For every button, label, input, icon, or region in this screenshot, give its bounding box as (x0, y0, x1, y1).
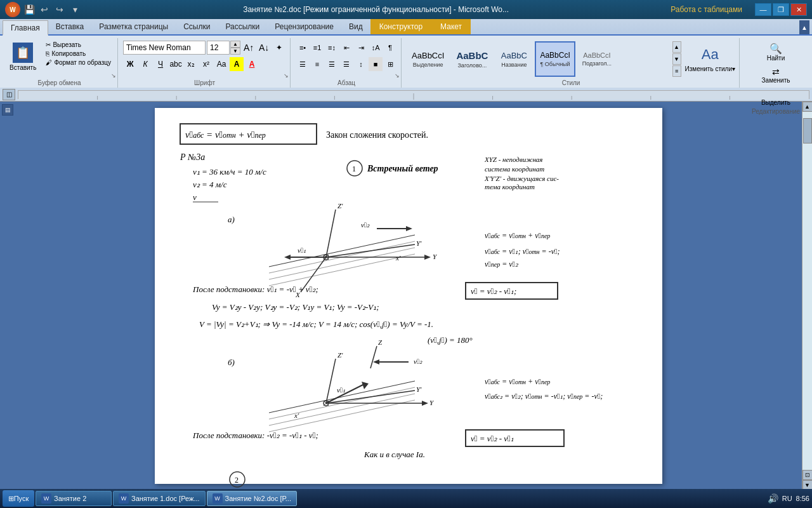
scroll-track[interactable] (802, 112, 812, 470)
svg-marker-46 (406, 226, 412, 231)
windows-logo-icon: ⊞ (8, 495, 14, 503)
multilevel-list-btn[interactable]: ≡↕ (325, 41, 339, 55)
taskbar-zanyatie2doc[interactable]: W Занятие №2.doc [Р... (207, 491, 297, 506)
svg-text:v⃗абс = v⃗отн + v⃗пер: v⃗абс = v⃗отн + v⃗пер (185, 130, 266, 140)
align-center-btn[interactable]: ≡ (310, 57, 324, 71)
font-size-up-btn[interactable]: ▲ (230, 41, 240, 48)
italic-button[interactable]: К (138, 57, 152, 71)
style-subheading[interactable]: AaBbCcI Подзагол... (577, 41, 617, 77)
office-logo[interactable]: W (5, 2, 20, 17)
styles-more-btn[interactable]: ≡ (672, 65, 681, 77)
main-area: ▤ v⃗абс = v⃗отн + v⃗пер Закон сложения с… (0, 102, 812, 490)
borders-btn[interactable]: ⊞ (383, 57, 397, 71)
decrease-indent-btn[interactable]: ⇤ (339, 41, 353, 55)
bold-button[interactable]: Ж (123, 57, 137, 71)
para-expand-btn[interactable]: ↘ (395, 72, 400, 79)
svg-text:Как и в случае Ia.: Как и в случае Ia. (363, 450, 425, 459)
show-marks-btn[interactable]: ¶ (383, 41, 397, 55)
svg-text:v⃗абс = v⃗отн + v⃗пер: v⃗абс = v⃗отн + v⃗пер (485, 231, 550, 240)
paste-icon: 📋 (13, 43, 33, 63)
taskbar-right: 🔊 RU 8:56 (768, 493, 809, 504)
quick-undo-btn[interactable]: ↩ (38, 3, 51, 16)
ruler-toggle-btn[interactable]: ◫ (3, 89, 15, 100)
svg-marker-71 (422, 401, 428, 406)
style-heading1[interactable]: AaBbC Заголово... (451, 41, 493, 77)
find-button[interactable]: 🔍 Найти (746, 41, 806, 64)
shading-btn[interactable]: ■ (369, 57, 383, 71)
contextual-tab-label: Работа с таблицами (671, 5, 742, 14)
style-heading2-preview: AaBbC (501, 51, 527, 60)
restore-button[interactable]: ❐ (773, 3, 789, 16)
doc-map-btn[interactable]: ▤ (2, 104, 13, 116)
strikethrough-button[interactable]: abc (169, 57, 183, 71)
copy-button[interactable]: ⎘ Копировать (43, 50, 114, 58)
bullet-list-btn[interactable]: ≡• (296, 41, 310, 55)
taskbar-zanyatie2[interactable]: W Занятие 2 (36, 491, 112, 506)
quick-dropdown-btn[interactable]: ▾ (69, 3, 81, 16)
clipboard-expand-btn[interactable]: ↘ (111, 72, 116, 79)
subscript-button[interactable]: x₂ (184, 57, 198, 71)
svg-line-68 (370, 346, 377, 368)
underline-button[interactable]: Ч (154, 57, 167, 71)
format-painter-button[interactable]: 🖌 Формат по образцу (43, 58, 114, 67)
decrease-font-btn[interactable]: A↓ (257, 41, 271, 55)
tab-rassylki[interactable]: Рассылки (218, 19, 267, 34)
quick-redo-btn[interactable]: ↪ (53, 3, 66, 16)
justify-btn[interactable]: ☰ (339, 57, 353, 71)
split-scroll-btn[interactable]: ⊡ (802, 470, 813, 480)
styles-down-btn[interactable]: ▼ (672, 53, 681, 65)
increase-font-btn[interactable]: A↑ (242, 41, 256, 55)
change-styles-section: Aa Изменить стили▾ (685, 46, 735, 72)
style-heading2[interactable]: AaBbC Название (495, 41, 533, 77)
change-styles-btn[interactable]: Изменить стили▾ (685, 65, 735, 72)
tab-razmetka[interactable]: Разметка страницы (91, 19, 176, 34)
tab-recenzirovanie[interactable]: Рецензирование (267, 19, 341, 34)
paste-button[interactable]: 📋 Вставить (5, 39, 41, 74)
right-scrollbar: ▲ ⊡ ▼ (802, 102, 812, 490)
svg-text:Y': Y' (416, 239, 422, 247)
tab-maket[interactable]: Макет (431, 19, 471, 34)
titlebar: W 💾 ↩ ↪ ▾ Занятие №2.doc [Режим ограниче… (0, 0, 812, 19)
replace-button[interactable]: ⇄ Заменить (746, 65, 806, 86)
document-area[interactable]: v⃗абс = v⃗отн + v⃗пер Закон сложения ско… (15, 102, 802, 490)
taskbar-item-icon-0: W (41, 493, 51, 504)
change-case-button[interactable]: Аа (214, 57, 228, 71)
font-name-input[interactable] (123, 41, 206, 55)
taskbar-zanyatie1[interactable]: W Занятие 1.doc [Реж... (113, 491, 206, 506)
font-expand-btn[interactable]: ↘ (284, 72, 289, 79)
increase-indent-btn[interactable]: ⇥ (354, 41, 368, 55)
line-spacing-btn[interactable]: ↕ (354, 57, 368, 71)
style-subheading-label: Подзагол... (582, 60, 612, 67)
numbered-list-btn[interactable]: ≡1 (310, 41, 324, 55)
superscript-button[interactable]: x² (199, 57, 213, 71)
cut-label: Вырезать (53, 41, 81, 48)
clear-format-btn[interactable]: ✦ (272, 41, 286, 55)
scroll-thumb[interactable] (803, 118, 812, 144)
language-indicator[interactable]: RU (782, 495, 792, 502)
start-label: Пуск (14, 495, 29, 502)
styles-list: AaBbCcI Выделение AaBbC Заголово... AaBb… (407, 41, 672, 77)
copy-icon: ⎘ (46, 50, 49, 57)
tab-vstavka[interactable]: Вставка (48, 19, 92, 34)
sort-btn[interactable]: ↕A (369, 41, 383, 55)
start-button[interactable]: ⊞ Пуск (3, 490, 34, 507)
highlight-color-button[interactable]: A (230, 57, 244, 71)
font-size-input[interactable] (207, 41, 230, 55)
minimize-button[interactable]: — (755, 3, 771, 16)
quick-save-btn[interactable]: 💾 (23, 3, 36, 16)
cut-button[interactable]: ✂ Вырезать (43, 41, 114, 49)
tab-konstruktor[interactable]: Конструктор (370, 19, 431, 34)
style-normal[interactable]: AaBbCcI ¶ Обычный (535, 41, 575, 77)
align-right-btn[interactable]: ☰ (325, 57, 339, 71)
close-button[interactable]: ✕ (790, 3, 807, 16)
ribbon-collapse-btn[interactable]: ▲ (799, 20, 809, 34)
styles-up-btn[interactable]: ▲ (672, 41, 681, 53)
style-highlight[interactable]: AaBbCcI Выделение (407, 41, 449, 77)
svg-text:2: 2 (235, 476, 239, 485)
tab-glavnaya[interactable]: Главная (3, 20, 48, 36)
tab-vid[interactable]: Вид (341, 19, 370, 34)
font-color-button[interactable]: A (245, 57, 259, 71)
tab-ssylki[interactable]: Ссылки (176, 19, 218, 34)
font-size-down-btn[interactable]: ▼ (230, 48, 240, 55)
align-left-btn[interactable]: ☰ (296, 57, 310, 71)
